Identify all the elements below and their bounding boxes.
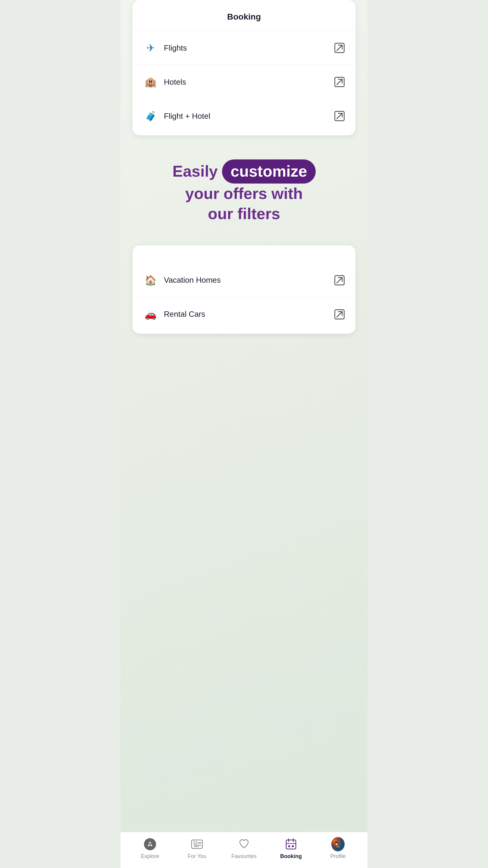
flight-hotel-icon: 🧳	[143, 109, 158, 123]
svg-point-6	[149, 843, 151, 845]
bottom-nav: Explore For You Favourites	[121, 832, 367, 868]
booking-item-rental-cars[interactable]: 🚗 Rental Cars	[133, 298, 355, 331]
vacation-homes-external-link-icon	[334, 275, 345, 285]
flight-hotel-external-link-icon	[334, 111, 345, 121]
promo-line3: our filters	[208, 205, 280, 222]
promo-highlight: customize	[222, 159, 315, 184]
svg-rect-13	[286, 840, 296, 849]
rental-cars-label: Rental Cars	[164, 310, 334, 319]
svg-rect-17	[288, 845, 290, 847]
promo-line2: your offers with	[185, 185, 303, 202]
booking-item-vacation-homes[interactable]: 🏠 Vacation Homes	[133, 264, 355, 298]
svg-rect-8	[194, 842, 197, 844]
booking-nav-icon	[284, 838, 298, 851]
hotels-icon: 🏨	[143, 75, 158, 89]
profile-icon: 🦅	[331, 838, 345, 851]
booking-card-bottom: 🏠 Vacation Homes 🚗 Rental Cars	[133, 245, 355, 334]
svg-rect-18	[292, 845, 294, 847]
booking-item-flight-hotel[interactable]: 🧳 Flight + Hotel	[133, 99, 355, 133]
nav-item-favourites[interactable]: Favourites	[229, 838, 259, 860]
nav-item-for-you[interactable]: For You	[182, 838, 212, 860]
explore-label: Explore	[141, 853, 159, 860]
booking-card-top: Booking ✈ Flights 🏨 Hotels	[133, 0, 355, 135]
favourites-icon	[237, 838, 251, 851]
nav-item-profile[interactable]: 🦅 Profile	[323, 838, 353, 860]
profile-avatar: 🦅	[331, 837, 345, 851]
booking-nav-label: Booking	[280, 853, 302, 860]
promo-section: Easily customize your offers with our fi…	[121, 135, 367, 245]
favourites-label: Favourites	[231, 853, 257, 860]
rental-cars-icon: 🚗	[143, 307, 158, 321]
hotels-label: Hotels	[164, 78, 334, 87]
flights-label: Flights	[164, 43, 334, 53]
explore-icon	[143, 838, 157, 851]
page-title: Booking	[133, 0, 355, 31]
page-wrapper: Booking ✈ Flights 🏨 Hotels	[121, 0, 367, 868]
flight-hotel-label: Flight + Hotel	[164, 112, 334, 121]
flights-external-link-icon	[334, 43, 345, 53]
for-you-label: For You	[188, 853, 206, 860]
profile-label: Profile	[330, 853, 346, 860]
booking-item-hotels[interactable]: 🏨 Hotels	[133, 65, 355, 99]
for-you-icon	[190, 838, 204, 851]
flights-icon: ✈	[143, 41, 158, 55]
hotels-external-link-icon	[334, 77, 345, 87]
vacation-homes-icon: 🏠	[143, 273, 158, 287]
promo-text: Easily customize your offers with our fi…	[133, 159, 355, 224]
rental-cars-external-link-icon	[334, 309, 345, 319]
vacation-homes-label: Vacation Homes	[164, 276, 334, 285]
booking-item-flights[interactable]: ✈ Flights	[133, 31, 355, 65]
nav-item-explore[interactable]: Explore	[135, 838, 165, 860]
svg-text:🦅: 🦅	[334, 840, 343, 848]
nav-item-booking[interactable]: Booking	[276, 838, 306, 860]
promo-line1: Easily customize	[172, 162, 315, 180]
